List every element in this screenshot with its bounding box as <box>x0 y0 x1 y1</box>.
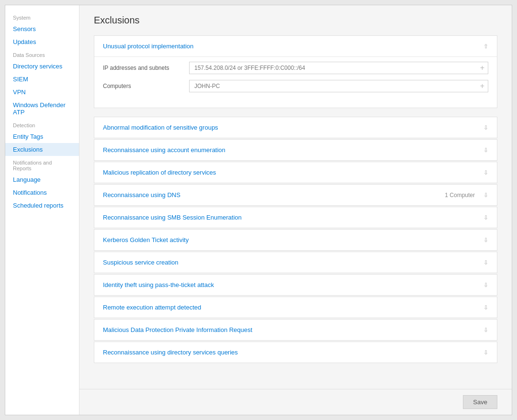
chevron-down-icon-9: ⇩ <box>483 327 488 333</box>
collapsed-cards-container: Abnormal modification of sensitive group… <box>94 117 497 363</box>
card-title-collapsed-6: Suspicious service creation <box>103 259 179 266</box>
computers-input[interactable] <box>189 80 488 92</box>
sidebar-item-entity-tags[interactable]: Entity Tags <box>5 130 79 143</box>
chevron-down-icon-6: ⇩ <box>483 259 488 266</box>
chevron-down-icon-1: ⇩ <box>483 147 488 154</box>
chevron-down-icon-4: ⇩ <box>483 214 488 221</box>
card-collapsed-4: Reconnaissance using SMB Session Enumera… <box>94 207 497 228</box>
ip-input-wrap: + <box>189 62 488 74</box>
sidebar-item-updates[interactable]: Updates <box>5 35 79 48</box>
card-title-collapsed-3: Reconnaissance using DNS <box>103 191 180 199</box>
card-header-collapsed-1[interactable]: Reconnaissance using account enumeration… <box>94 140 497 160</box>
page-title: Exclusions <box>94 15 497 26</box>
card-collapsed-8: Remote execution attempt detected ⇩ <box>94 297 497 318</box>
card-collapsed-5: Kerberos Golden Ticket activity ⇩ <box>94 229 497 251</box>
card-header-collapsed-3[interactable]: Reconnaissance using DNS 1 Computer ⇩ <box>94 185 497 205</box>
chevron-up-icon: ⇧ <box>483 43 488 50</box>
chevron-down-icon-5: ⇩ <box>483 237 488 243</box>
card-collapsed-2: Malicious replication of directory servi… <box>94 162 497 183</box>
card-header-collapsed-7[interactable]: Identity theft using pass-the-ticket att… <box>94 275 497 295</box>
computers-label: Computers <box>103 83 189 89</box>
chevron-down-icon-0: ⇩ <box>483 124 488 131</box>
chevron-down-icon-10: ⇩ <box>483 349 488 356</box>
card-body-unusual-protocol: IP addresses and subnets + Computers + <box>94 56 497 108</box>
save-bar: Save <box>79 389 512 415</box>
card-title-collapsed-0: Abnormal modification of sensitive group… <box>103 124 218 131</box>
detection-section-label: Detection <box>5 119 79 130</box>
chevron-down-icon-7: ⇩ <box>483 282 488 288</box>
sidebar-item-directory-services[interactable]: Directory services <box>5 60 79 73</box>
card-collapsed-6: Suspicious service creation ⇩ <box>94 252 497 273</box>
ip-input[interactable] <box>189 62 488 74</box>
ip-form-row: IP addresses and subnets + <box>103 62 488 74</box>
card-header-unusual-protocol[interactable]: Unusual protocol implementation ⇧ <box>94 36 497 56</box>
card-title-unusual-protocol: Unusual protocol implementation <box>103 43 193 50</box>
card-header-collapsed-0[interactable]: Abnormal modification of sensitive group… <box>94 117 497 138</box>
computers-input-wrap: + <box>189 80 488 92</box>
data-sources-section-label: Data Sources <box>5 48 79 60</box>
card-title-collapsed-1: Reconnaissance using account enumeration <box>103 146 225 154</box>
card-header-collapsed-9[interactable]: Malicious Data Protection Private Inform… <box>94 320 497 340</box>
sidebar-item-notifications[interactable]: Notifications <box>5 186 79 199</box>
card-title-collapsed-5: Kerberos Golden Ticket activity <box>103 236 189 243</box>
sidebar-item-exclusions[interactable]: Exclusions <box>5 143 79 156</box>
sidebar: System Sensors Updates Data Sources Dire… <box>5 5 79 415</box>
card-collapsed-0: Abnormal modification of sensitive group… <box>94 117 497 138</box>
card-meta-3: 1 Computer <box>445 192 475 199</box>
sidebar-item-vpn[interactable]: VPN <box>5 86 79 99</box>
card-collapsed-9: Malicious Data Protection Private Inform… <box>94 319 497 341</box>
save-button[interactable]: Save <box>463 395 497 409</box>
card-title-collapsed-7: Identity theft using pass-the-ticket att… <box>103 281 214 288</box>
card-collapsed-3: Reconnaissance using DNS 1 Computer ⇩ <box>94 184 497 206</box>
ip-label: IP addresses and subnets <box>103 65 189 71</box>
card-header-collapsed-4[interactable]: Reconnaissance using SMB Session Enumera… <box>94 207 497 228</box>
card-collapsed-1: Reconnaissance using account enumeration… <box>94 139 497 161</box>
card-title-collapsed-9: Malicious Data Protection Private Inform… <box>103 326 252 333</box>
main-content: Exclusions Unusual protocol implementati… <box>79 5 512 389</box>
card-header-collapsed-8[interactable]: Remote execution attempt detected ⇩ <box>94 297 497 318</box>
chevron-down-icon-8: ⇩ <box>483 304 488 311</box>
sidebar-item-sensors[interactable]: Sensors <box>5 22 79 35</box>
add-ip-icon[interactable]: + <box>480 64 484 72</box>
card-collapsed-10: Reconnaissance using directory services … <box>94 342 497 363</box>
card-header-collapsed-6[interactable]: Suspicious service creation ⇩ <box>94 252 497 273</box>
system-section-label: System <box>5 11 79 22</box>
sidebar-item-siem[interactable]: SIEM <box>5 73 79 86</box>
card-title-collapsed-4: Reconnaissance using SMB Session Enumera… <box>103 214 242 221</box>
card-title-collapsed-8: Remote execution attempt detected <box>103 304 201 311</box>
sidebar-item-language[interactable]: Language <box>5 173 79 186</box>
card-header-collapsed-5[interactable]: Kerberos Golden Ticket activity ⇩ <box>94 230 497 250</box>
card-header-collapsed-2[interactable]: Malicious replication of directory servi… <box>94 162 497 183</box>
computers-form-row: Computers + <box>103 80 488 92</box>
card-header-collapsed-10[interactable]: Reconnaissance using directory services … <box>94 342 497 363</box>
sidebar-item-windows-defender[interactable]: Windows Defender ATP <box>5 99 79 119</box>
add-computer-icon[interactable]: + <box>480 82 484 90</box>
sidebar-item-scheduled-reports[interactable]: Scheduled reports <box>5 199 79 212</box>
card-unusual-protocol: Unusual protocol implementation ⇧ IP add… <box>94 35 497 108</box>
notifications-reports-section-label: Notifications and Reports <box>5 156 79 173</box>
card-title-collapsed-2: Malicious replication of directory servi… <box>103 169 216 176</box>
chevron-down-icon-2: ⇩ <box>483 169 488 176</box>
card-title-collapsed-10: Reconnaissance using directory services … <box>103 349 238 356</box>
card-collapsed-7: Identity theft using pass-the-ticket att… <box>94 274 497 296</box>
chevron-down-icon-3: ⇩ <box>483 192 488 199</box>
